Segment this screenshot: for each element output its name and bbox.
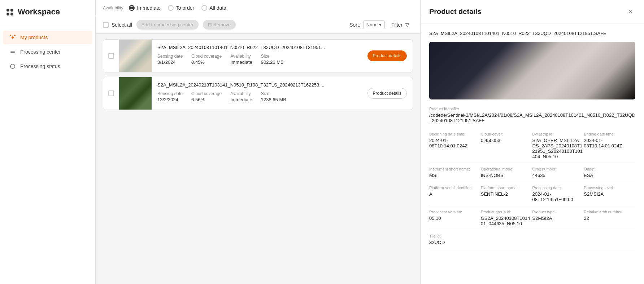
sidebar-item-label-processing-status: Processing status [20,63,60,69]
product-id-section: Product Identifier /codede/Sentinel-2/MS… [429,107,635,123]
panel-title: Product details [429,8,481,16]
detail-platform-short-name: Platform short name: SENTINEL-2 [481,182,532,206]
sidebar-item-label-processing-center: Processing center [20,49,61,55]
detail-processing-level: Processing level: S2MSI2A [584,182,635,206]
details-row-2: Instrument short name: MSI Operational m… [429,163,635,182]
availability-label: Availability [103,5,123,10]
detail-datastrip-id: Datastrip id: S2A_OPER_MSI_L2A_DS_2APS_2… [532,128,584,163]
svg-rect-3 [10,51,15,52]
panel-body: S2A_MSIL2A_20240108T101401_N0510_R022_T3… [421,23,644,284]
availability-immediate[interactable]: Immediate [129,5,160,11]
app-logo [6,9,13,15]
svg-point-1 [10,35,11,36]
details-row-3: Platform serial identifier: A Platform s… [429,182,635,206]
availability-all-data[interactable]: All data [201,5,226,11]
product-2-size: Size 1238.65 MB [261,91,286,102]
product-1-details-button[interactable]: Product details [367,50,407,61]
svg-point-2 [14,35,16,36]
product-2-title: S2A_MSIL2A_20240213T103141_N0510_R108_T3… [157,82,356,88]
detail-empty-3 [584,230,635,249]
sidebar-item-label-my-products: My products [20,35,48,40]
product-1-meta: Sensing date 8/1/2024 Cloud coverage 0.4… [157,54,356,65]
products-list: S2A_MSIL2A_20240108T101401_N0510_R022_T3… [96,34,420,284]
detail-processor-version: Processor version: 05.10 [429,206,481,230]
product-id-label: Product Identifier [429,107,635,111]
product-2-sensing-date: Sensing date 13/2/2024 [157,91,183,102]
logo-icon [6,9,13,15]
product-1-title: S2A_MSIL2A_20240108T101401_N0510_R022_T3… [157,45,356,50]
product-details-panel: Product details × S2A_MSIL2A_20240108T10… [420,0,644,284]
detail-processing-date: Processing date: 2024-01-08T12:19:51+00:… [532,182,584,206]
product-2-thumbnail [119,77,152,110]
product-id-value: /codede/Sentinel-2/MSI/L2A/2024/01/08/S2… [429,112,635,123]
my-products-icon [9,34,16,41]
product-2-action: Product details [362,77,413,110]
detail-orbit-number: Orbit number: 44635 [532,163,584,182]
details-row-4: Processor version: 05.10 Product group i… [429,206,635,230]
sort-select[interactable]: None ▾ [363,20,385,29]
svg-rect-4 [10,52,15,53]
card-checkbox-area-2[interactable] [103,77,119,110]
product-2-cloud-coverage: Cloud coverage 6.56% [191,91,222,102]
product-card-2: S2A_MSIL2A_20240213T103141_N0510_R108_T3… [103,77,413,110]
sort-area: Sort: None ▾ Filter ▽ [349,20,413,30]
detail-tile-id: Tile id: 32UQD [429,230,481,249]
product-1-availability: Availability Immediate [230,54,252,65]
svg-point-5 [10,64,15,68]
product-1-action: Product details [362,40,413,72]
sort-label: Sort: [349,22,360,28]
detail-beginning-date: Beginning date time: 2024-01-08T10:14:01… [429,128,481,163]
product-2-info: S2A_MSIL2A_20240213T103141_N0510_R108_T3… [152,77,362,110]
detail-ending-date: Ending date time: 2024-01-08T10:14:01.02… [584,128,635,163]
detail-cloud-cover: Cloud cover: 0.450053 [481,128,532,163]
detail-origin: Origin: ESA [584,163,635,182]
panel-product-name: S2A_MSIL2A_20240108T101401_N0510_R022_T3… [429,31,635,36]
availability-to-order[interactable]: To order [168,5,194,11]
product-2-details-button[interactable]: Product details [367,88,407,99]
filter-icon: ▽ [405,22,409,28]
detail-operational-mode: Operational mode: INS-NOBS [481,163,532,182]
product-1-checkbox[interactable] [108,53,114,59]
product-2-meta: Sensing date 13/2/2024 Cloud coverage 6.… [157,91,356,102]
sidebar-item-my-products[interactable]: My products [3,31,92,44]
close-panel-button[interactable]: × [625,6,635,17]
main-content: Availability Immediate To order All data… [96,0,420,284]
remove-button[interactable]: ⊟Remove [203,20,236,30]
card-checkbox-area-1[interactable] [103,40,119,72]
details-row-1: Beginning date time: 2024-01-08T10:14:01… [429,128,635,163]
processing-status-icon [9,63,16,70]
radio-to-order-icon [168,5,174,11]
add-to-processing-button[interactable]: Add to processing center [136,20,199,30]
radio-all-data-icon [201,5,207,11]
product-1-cloud-coverage: Cloud coverage 0.45% [191,54,222,65]
details-section: Beginning date time: 2024-01-08T10:14:01… [429,128,635,249]
select-all-checkbox[interactable] [103,22,109,28]
product-1-sensing-date: Sensing date 8/1/2024 [157,54,183,65]
details-row-5: Tile id: 32UQD [429,230,635,249]
detail-product-group-id: Product group id: GS2A_20240108T101401_0… [481,206,532,230]
product-1-thumbnail [119,40,152,72]
app-title: Workspace [18,7,60,17]
select-all-container[interactable]: Select all [103,22,132,28]
detail-instrument-name: Instrument short name: MSI [429,163,481,182]
availability-options: Immediate To order All data [129,5,226,11]
select-all-label: Select all [112,22,132,28]
detail-empty-1 [481,230,532,249]
detail-platform-serial: Platform serial identifier: A [429,182,481,206]
panel-satellite-image [429,42,635,99]
radio-immediate-icon [129,5,135,11]
panel-header: Product details × [421,0,644,23]
product-1-size: Size 902.26 MB [261,54,284,65]
sidebar-item-processing-status[interactable]: Processing status [3,59,92,73]
svg-point-0 [12,36,14,39]
detail-product-type: Product type: S2MSI2A [532,206,584,230]
detail-empty-2 [532,230,584,249]
sidebar-nav: My products Processing center Processing… [0,24,95,80]
product-2-availability: Availability Immediate [230,91,252,102]
sidebar-item-processing-center[interactable]: Processing center [3,45,92,59]
sidebar-header: Workspace [0,0,95,24]
product-2-checkbox[interactable] [108,90,114,96]
sidebar: Workspace My products Processing center … [0,0,96,284]
availability-bar: Availability Immediate To order All data [96,0,420,16]
filter-button[interactable]: Filter ▽ [388,20,413,30]
